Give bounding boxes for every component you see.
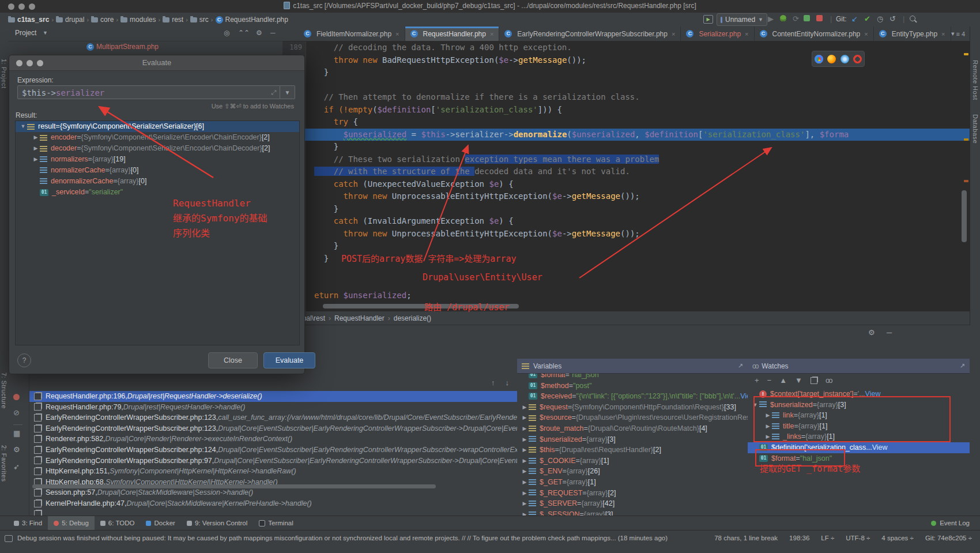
frames-horizontal-scrollbar[interactable]: [32, 484, 436, 488]
code-line[interactable]: // decoding the data. Throw a 400 http e…: [314, 42, 970, 54]
search-everywhere-icon[interactable]: [910, 14, 917, 24]
restart-debug-button[interactable]: [804, 14, 810, 24]
git-commit-icon[interactable]: ✔: [864, 14, 870, 24]
pin-icon[interactable]: ➶: [13, 462, 20, 471]
status-widget[interactable]: 4 spaces ÷: [881, 535, 914, 541]
watches-list[interactable]: !$context['target_instance'] = '... View…: [748, 389, 970, 516]
project-panel-title[interactable]: Project: [15, 29, 36, 37]
code-line[interactable]: throw new UnprocessableEntityHttpExcepti…: [314, 228, 970, 240]
status-widget[interactable]: 198:36: [789, 535, 809, 541]
variable-row[interactable]: ▶$_SERVER = {array} [42]: [517, 498, 748, 509]
watch-row[interactable]: !$context['target_instance'] = '... View: [748, 389, 970, 400]
variable-row[interactable]: ▶$_SESSION = {array} [3]: [517, 509, 748, 516]
frame-row[interactable]: Session.php:57, Drupal|Core|StackMiddlew…: [29, 487, 517, 498]
next-frame-icon[interactable]: ↓: [506, 378, 510, 387]
hide-panel-icon[interactable]: ─: [887, 328, 892, 337]
debug-button[interactable]: [780, 14, 786, 24]
copy-icon[interactable]: [811, 377, 817, 384]
hide-panel-icon[interactable]: ─: [270, 29, 276, 37]
toolwindow-tab-database[interactable]: Database: [972, 114, 979, 144]
horizontal-scrollbar[interactable]: [323, 304, 519, 309]
zoom-icon[interactable]: [37, 60, 43, 66]
watches-toolbar-button[interactable]: +: [755, 376, 759, 385]
code-line[interactable]: [314, 265, 970, 277]
code-line[interactable]: throw new BadRequestHttpException($e->ge…: [314, 54, 970, 67]
toolwindow-button-bug[interactable]: 5: Debug: [48, 516, 95, 530]
toolwindow-button-find[interactable]: 3: Find: [8, 516, 48, 530]
attach-to-process-button[interactable]: ⟳: [793, 14, 799, 24]
firefox-icon[interactable]: [827, 55, 836, 63]
toolwindow-tab-project[interactable]: 1: Project: [1, 59, 7, 88]
variable-row[interactable]: ▶$_REQUEST = {array} [2]: [517, 488, 748, 499]
variable-row[interactable]: ▶$route_match = {Drupal\Core\Routing\Rou…: [517, 423, 748, 434]
help-button[interactable]: ?: [17, 353, 31, 367]
breadcrumb-item[interactable]: src: [190, 16, 209, 24]
code-line[interactable]: if (!empty($definition['serialization_cl…: [314, 104, 970, 116]
close-icon[interactable]: [16, 60, 22, 66]
evaluate-button[interactable]: Evaluate: [263, 352, 315, 368]
close-button[interactable]: Close: [208, 352, 258, 368]
status-message[interactable]: Debug session was finished without being…: [17, 535, 668, 541]
editor-tab[interactable]: CEntityType.php×: [874, 27, 951, 41]
code-line[interactable]: eturn $unserialized;: [314, 289, 970, 302]
expand-icon[interactable]: ⤢: [271, 86, 276, 100]
editor-code[interactable]: // decoding the data. Throw a 400 http e…: [314, 42, 970, 311]
code-line[interactable]: }: [314, 66, 970, 79]
execution-line[interactable]: $unserialized = $this->serializer->denor…: [282, 129, 970, 141]
result-tree-row[interactable]: ▶normalizers = {array} [19]: [16, 154, 299, 165]
project-tree-item[interactable]: C MultipartStream.php: [86, 43, 159, 51]
locate-file-icon[interactable]: ◎: [224, 29, 229, 37]
breadcrumb-item[interactable]: drupal: [56, 16, 84, 24]
rollback-icon[interactable]: ↺: [889, 14, 896, 24]
result-tree[interactable]: ▼result = {Symfony\Component\Serializer\…: [15, 121, 300, 345]
chevron-down-icon[interactable]: ▼: [43, 30, 48, 36]
frame-row[interactable]: RequestHandler.php:196, Drupal|rest|Requ…: [29, 391, 517, 402]
close-tab-icon[interactable]: ×: [864, 31, 868, 37]
breadcrumb-item[interactable]: modules: [120, 16, 156, 24]
frame-row[interactable]: HttpKernel.php:151, Symfony|Component|Ht…: [29, 466, 517, 477]
toolwindow-button-vcs[interactable]: 9: Version Control: [181, 516, 253, 530]
editor-tab[interactable]: CSerializer.php×: [681, 27, 754, 41]
run-config-select[interactable]: Unnamed ▼: [717, 13, 767, 26]
variable-row[interactable]: ▶$_GET = {array} [1]: [517, 477, 748, 488]
editor-tab[interactable]: CContentEntityNormalizer.php×: [755, 27, 874, 41]
status-widget[interactable]: Git: 74e8c205 ÷: [925, 535, 972, 541]
frame-row[interactable]: EarlyRenderingControllerWrapperSubscribe…: [29, 445, 517, 456]
safari-icon[interactable]: [840, 55, 849, 63]
breadcrumb-item[interactable]: c1tas_src: [8, 16, 49, 24]
code-line[interactable]: // These two serialization exception typ…: [314, 153, 970, 166]
code-line[interactable]: throw new UnprocessableEntityHttpExcepti…: [314, 190, 970, 203]
gear-icon[interactable]: ⚙: [256, 29, 262, 37]
watches-toolbar-button[interactable]: ▼: [795, 376, 802, 385]
vertical-scrollbar[interactable]: [962, 190, 967, 242]
editor-breadcrumb-item[interactable]: RequestHandler: [334, 314, 385, 322]
editor-tab[interactable]: CFieldItemNormalizer.php×: [299, 27, 405, 41]
error-stripe-mark[interactable]: [964, 53, 968, 55]
toolwindow-tab-remote-host[interactable]: Remote Host: [972, 60, 979, 100]
previous-frame-icon[interactable]: ↑: [491, 378, 495, 387]
expression-input[interactable]: $this->serializer⤢: [17, 85, 280, 99]
code-line[interactable]: }: [314, 203, 970, 216]
code-line[interactable]: [314, 79, 970, 92]
watch-row[interactable]: 01$format = "hal_json": [748, 453, 970, 464]
mute-breakpoints-icon[interactable]: ⊘: [13, 408, 20, 417]
hidden-tabs-dropdown[interactable]: ▾ ≡ 4: [951, 27, 970, 41]
code-editor[interactable]: 1891901911921931941951961971981992002012…: [282, 42, 970, 311]
variable-row[interactable]: ▶$_ENV = {array} [26]: [517, 466, 748, 477]
stop-button[interactable]: [816, 14, 823, 24]
code-line[interactable]: catch (UnexpectedValueException $e) {: [314, 178, 970, 191]
toolwindow-button-todo[interactable]: 6: TODO: [95, 516, 141, 530]
watch-row[interactable]: ▶_links = {array} [1]: [748, 431, 970, 442]
variable-row[interactable]: ▶$resource = {Drupal\user\Plugin\rest\re…: [517, 412, 748, 423]
breadcrumb[interactable]: c1tas_src›drupal›core›modules›rest›src›C…: [0, 13, 288, 27]
editor-breadcrumb-item[interactable]: deserialize(): [394, 314, 431, 322]
frame-row[interactable]: Renderer.php:582, Drupal|Core|Render|Ren…: [29, 434, 517, 445]
toolwindow-button-docker[interactable]: Docker: [140, 516, 180, 530]
watch-row[interactable]: ▼$unserialized = {array} [3]: [748, 400, 970, 411]
breadcrumb-item[interactable]: rest: [163, 16, 183, 24]
git-update-icon[interactable]: ↙: [851, 14, 858, 24]
frame-row[interactable]: EarlyRenderingControllerWrapperSubscribe…: [29, 456, 517, 467]
code-line[interactable]: }: [314, 141, 970, 153]
close-tab-icon[interactable]: ×: [941, 31, 945, 37]
watch-row[interactable]: ▶link = {array} [1]: [748, 410, 970, 421]
